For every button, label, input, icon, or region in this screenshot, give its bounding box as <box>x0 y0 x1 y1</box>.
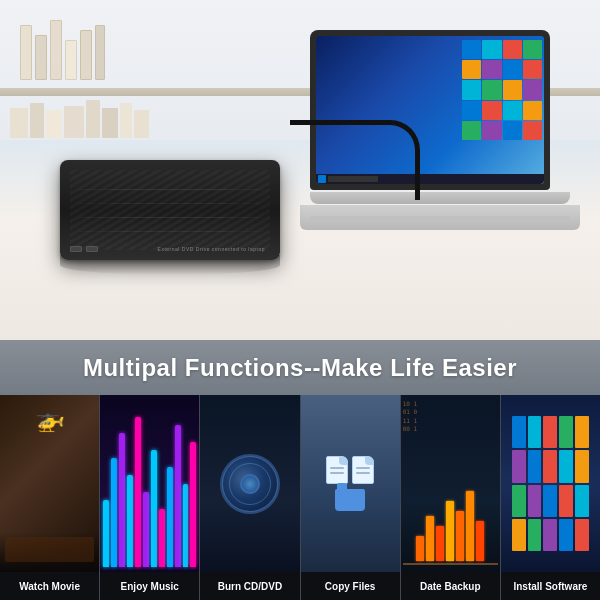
feature-label-install-software: Install Software <box>501 572 600 600</box>
usb-cable <box>290 120 420 200</box>
feature-burn-cd-dvd: Burn CD/DVD <box>200 395 300 600</box>
features-section: 🚁 Watch Movie Enjoy Music B <box>0 395 600 600</box>
product-image-section: External DVD Drive connected to laptop <box>0 0 600 340</box>
banner-section: Multipal Functions--Make Life Easier <box>0 340 600 395</box>
feature-label-watch-movie: Watch Movie <box>0 572 99 600</box>
dvd-drive: External DVD Drive connected to laptop <box>60 160 280 280</box>
banner-title: Multipal Functions--Make Life Easier <box>83 354 517 382</box>
feature-enjoy-music: Enjoy Music <box>100 395 200 600</box>
feature-label-burn-cd-dvd: Burn CD/DVD <box>200 572 299 600</box>
feature-date-backup: 10 101 011 100 1 Date Backup <box>401 395 501 600</box>
feature-label-copy-files: Copy Files <box>301 572 400 600</box>
feature-watch-movie: 🚁 Watch Movie <box>0 395 100 600</box>
feature-copy-files: Copy Files <box>301 395 401 600</box>
hdd-icon <box>220 454 280 514</box>
feature-label-date-backup: Date Backup <box>401 572 500 600</box>
feature-install-software: Install Software <box>501 395 600 600</box>
feature-label-enjoy-music: Enjoy Music <box>100 572 199 600</box>
